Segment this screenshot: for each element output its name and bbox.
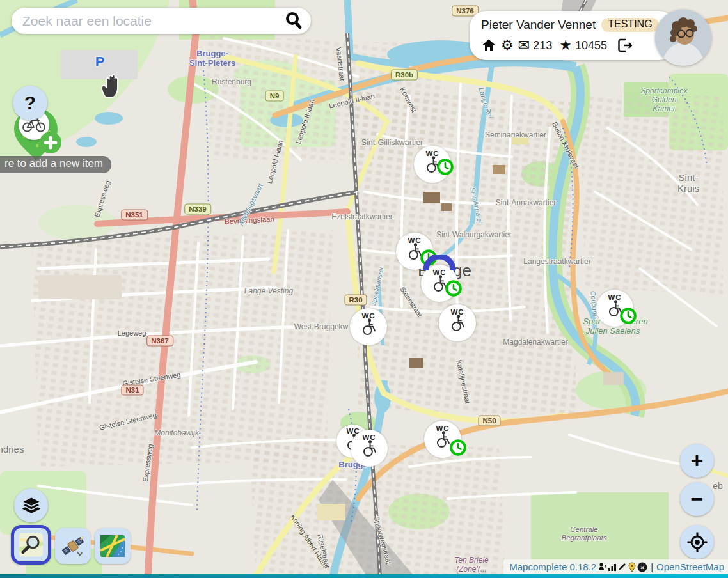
- map-label: eb: [713, 481, 723, 491]
- road-badge-n367: N367: [146, 336, 173, 347]
- search-icon[interactable]: [283, 10, 305, 32]
- layers-button[interactable]: [14, 488, 48, 522]
- layers-icon: [20, 496, 43, 516]
- road-badge-n339: N339: [184, 204, 211, 215]
- user-stats-icon: [598, 562, 607, 572]
- road-badge-n31: N31: [121, 385, 143, 396]
- attribution-bar: Mapcomplete 0.18.2 a | OpenStreetMap: [503, 559, 728, 574]
- osm-carto-icon: [18, 531, 44, 558]
- pencil-icon: [617, 562, 627, 572]
- map-label: Lange Rei: [477, 86, 495, 120]
- basemap-style-map[interactable]: [95, 528, 131, 564]
- wc-marker-bubble: WC: [350, 308, 387, 345]
- map-label: Buiten Kruisvest: [550, 121, 580, 170]
- road-badge-n351: N351: [121, 210, 148, 221]
- map-label: Komvest: [398, 86, 418, 114]
- map-label: Julien Saelens: [586, 327, 640, 336]
- mapcomplete-app: N376R30bN9N339N351R30N367N31N50BruggeBru…: [0, 0, 728, 578]
- star-icon: ★: [559, 38, 572, 52]
- wheelchair-icon: [360, 318, 377, 335]
- stats-chart-icon: [608, 562, 617, 572]
- geolocate-button[interactable]: [680, 525, 714, 559]
- user-name: Pieter Vander Vennet: [481, 18, 596, 32]
- wc-marker-bubble: WC: [351, 430, 388, 467]
- map-label: Centrale Begraafplaats: [562, 526, 607, 542]
- openstreetmap-link[interactable]: OpenStreetMap: [656, 561, 724, 572]
- zoom-in-button[interactable]: +: [680, 444, 714, 478]
- opening-hours-badge: [450, 439, 467, 459]
- opening-hours-badge: [437, 159, 454, 178]
- search-input[interactable]: [12, 13, 283, 29]
- map-label: ndries: [0, 444, 24, 455]
- map-label: Monitobawijk: [154, 429, 198, 438]
- svg-text:a: a: [641, 564, 644, 570]
- map-label: Ten Briele (Zone'(...: [454, 556, 489, 574]
- wheelchair-icon: [361, 439, 378, 457]
- add-new-item-button[interactable]: [40, 132, 61, 153]
- map-label: Sint-Gilliskwartier: [361, 138, 423, 147]
- plus-icon: [44, 136, 58, 150]
- map-label: Katelijnestraat: [455, 359, 472, 405]
- map-label: Rustenburg: [212, 78, 251, 87]
- satellite-icon: [59, 533, 86, 559]
- logout-icon[interactable]: [617, 38, 633, 53]
- parking-symbol: P: [95, 54, 105, 70]
- map-label: Gistelse Steenweg: [122, 371, 182, 388]
- mini-marker-icon: [628, 562, 637, 572]
- location-search-bar: [12, 8, 311, 34]
- map-label: Sint-Walburgakwartier: [436, 231, 512, 240]
- map-label: Afleidingsvaart: [237, 182, 265, 227]
- map-label: Gistelse Steenweg: [99, 411, 157, 432]
- map-label: Ezelstraatkwartier: [331, 213, 392, 222]
- road-badge-n50: N50: [478, 416, 500, 426]
- map-label: Legeweg: [118, 329, 146, 338]
- map-label: Koning Albert I-laan: [289, 513, 329, 568]
- messages-envelope-icon[interactable]: ✉: [518, 38, 530, 52]
- road-badge-r30: R30: [344, 295, 367, 306]
- zoom-out-button[interactable]: −: [680, 482, 714, 516]
- selected-marker-arc: [423, 255, 456, 270]
- attribution-separator: |: [651, 561, 653, 572]
- colored-map-icon: [99, 533, 126, 559]
- map-label: Vaartstraat: [335, 47, 346, 81]
- map-label: Bevrijdingslaan: [225, 215, 275, 226]
- settings-gear-icon[interactable]: ⚙: [501, 38, 514, 52]
- user-panel: Pieter Vander Vennet TESTING ⚙ ✉ 213 ★ 1…: [470, 11, 676, 60]
- map-annotation-layer: N376R30bN9N339N351R30N367N31N50BruggeBru…: [0, 0, 728, 578]
- basemap-style-satellite[interactable]: [55, 528, 91, 564]
- map-label: Expressweg: [93, 180, 112, 219]
- map-label: Steenstraat: [399, 285, 423, 318]
- map-label: Sportcomplex Gulden Kamer: [640, 87, 687, 113]
- opening-hours-clock-icon: [437, 159, 454, 176]
- wc-marker-bubble: WC: [439, 304, 476, 341]
- wheelchair-icon: [434, 430, 452, 448]
- map-label: Seminariekwartier: [485, 131, 546, 140]
- home-icon[interactable]: [481, 38, 496, 53]
- map-label: Rijselstraat: [316, 533, 332, 569]
- bottom-accent-strip: [0, 574, 728, 578]
- map-label: Speelmansrei: [370, 267, 385, 306]
- opening-hours-clock-icon: [445, 280, 463, 297]
- map-label: Leopold II-laan: [294, 98, 317, 144]
- wheelchair-icon: [449, 314, 466, 331]
- station-label: Brugge- Sint-Pieters: [189, 49, 235, 68]
- help-button[interactable]: ?: [13, 86, 47, 120]
- testing-badge: TESTING: [601, 18, 658, 32]
- map-label: Expressweg: [141, 443, 155, 482]
- map-label: Leopold II-laan: [328, 92, 376, 111]
- map-label: Sint-Kruis: [669, 172, 708, 194]
- map-label: Langestraatkwartier: [523, 258, 590, 267]
- geolocate-crosshair-icon: [686, 531, 708, 553]
- map-label: Lange Vesting: [244, 287, 293, 296]
- mapcomplete-version-link[interactable]: Mapcomplete 0.18.2: [509, 561, 596, 572]
- opening-hours-badge: [620, 308, 637, 327]
- changeset-count: 10455: [575, 39, 607, 52]
- map-label: Magdalenakwartier: [503, 338, 567, 347]
- opening-hours-clock-icon: [450, 439, 467, 457]
- basemap-style-osm-selected[interactable]: [11, 525, 51, 565]
- road-badge-r30b: R30b: [391, 70, 418, 81]
- map-label: Spoorwegstraat: [372, 515, 393, 565]
- user-avatar[interactable]: [655, 10, 711, 66]
- copyright-circle-icon: a: [637, 562, 647, 572]
- attribution-icons: a: [598, 562, 647, 572]
